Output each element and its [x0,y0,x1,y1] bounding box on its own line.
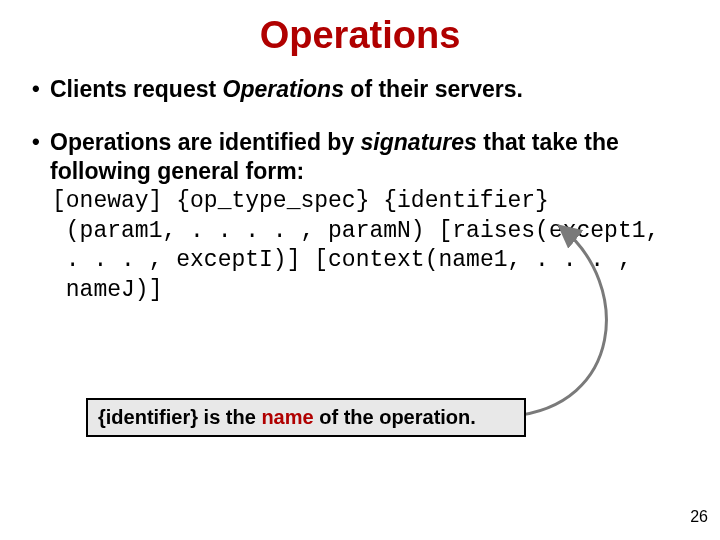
bullet-1-pre: Clients request [50,76,223,102]
callout-identifier: {identifier} [98,406,198,428]
callout-mid: is the [198,406,261,428]
slide: Operations Clients request Operations of… [0,0,720,540]
signature-code: [oneway] {op_type_spec} {identifier} (pa… [52,187,692,305]
bullet-2-signatures: signatures [361,129,477,155]
bullet-2: Operations are identified by signatures … [28,128,692,305]
bullet-1: Clients request Operations of their serv… [28,75,692,104]
page-number: 26 [690,508,708,526]
bullet-list: Clients request Operations of their serv… [28,75,692,305]
bullet-1-operations: Operations [223,76,344,102]
bullet-1-post: of their servers. [344,76,523,102]
callout-post: of the operation. [314,406,476,428]
callout-name: name [261,406,313,428]
bullet-2-pre: Operations are identified by [50,129,361,155]
slide-title: Operations [28,14,692,57]
callout-box: {identifier} is the name of the operatio… [86,398,526,437]
